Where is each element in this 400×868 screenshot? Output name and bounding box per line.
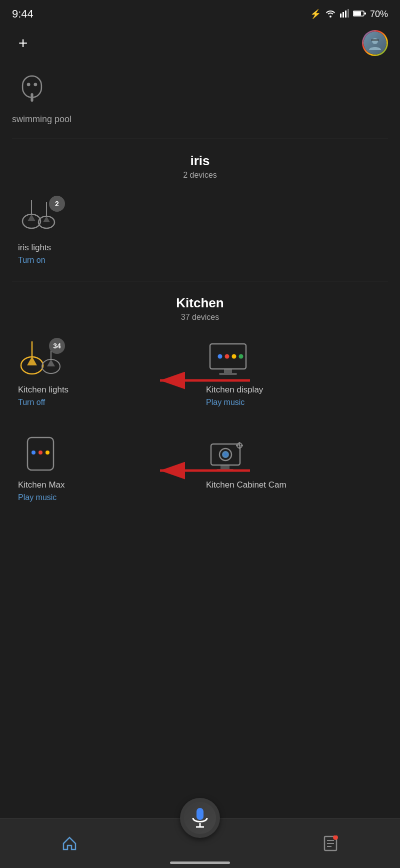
avatar[interactable] [362,30,388,56]
kitchen-cam-name: Kitchen Cabinet Cam [206,480,286,490]
svg-point-46 [238,445,240,447]
add-button[interactable]: + [12,32,34,54]
swimming-pool-name: swimming pool [12,114,72,125]
iris-device-count: 2 devices [12,171,388,180]
svg-rect-40 [220,465,230,469]
bottom-spacer [0,514,400,574]
svg-rect-6 [354,12,361,16]
iris-lights-action[interactable]: Turn on [18,256,46,265]
svg-rect-3 [345,11,346,18]
iris-lights-icon-wrap: 2 [18,198,63,238]
svg-rect-7 [364,13,366,15]
kitchen-display-action[interactable]: Play music [206,398,244,407]
svg-point-60 [333,835,338,840]
kitchen-lights-icon-wrap: 34 [18,340,63,380]
iris-devices-row: 2 iris lights Turn on [0,186,400,277]
kitchen-room-header: Kitchen 37 devices [0,285,400,328]
svg-rect-49 [236,445,238,446]
kitchen-max-card[interactable]: Kitchen Max Play music [12,427,200,510]
kitchen-display-card[interactable]: Kitchen display Play music [200,332,388,415]
plug-icon [17,75,47,105]
kitchen-device-grid-row2: Kitchen Max Play music [0,423,400,514]
svg-point-37 [38,451,42,455]
svg-point-32 [239,354,244,358]
svg-rect-50 [241,445,243,446]
kitchen-display-icon [206,341,251,379]
notes-nav-icon [322,835,338,851]
top-bar: + [0,26,400,64]
bluetooth-icon: ⚡ [310,9,321,20]
svg-rect-53 [196,808,204,820]
kitchen-max-icon-wrap [18,435,63,475]
status-time: 9:44 [12,8,34,21]
svg-point-44 [224,453,227,456]
svg-marker-15 [28,214,36,221]
nav-notes[interactable] [302,831,358,855]
divider-1 [12,139,388,139]
iris-lights-card[interactable]: 2 iris lights Turn on [12,190,69,273]
svg-point-0 [330,16,332,18]
kitchen-room-name: Kitchen [12,295,388,311]
swimming-pool-section: swimming pool [0,64,400,135]
svg-rect-28 [219,373,237,375]
svg-rect-13 [30,93,33,102]
svg-point-29 [218,354,222,358]
add-icon: + [18,35,28,51]
mic-inner [184,802,216,834]
svg-rect-1 [340,14,342,18]
svg-rect-2 [342,12,344,18]
wifi-icon [325,9,336,20]
kitchen-lights-badge: 34 [49,338,65,354]
kitchen-device-grid-row1: 34 Kitchen lights Turn off Kitchen displ… [0,328,400,419]
mic-icon [191,807,209,829]
status-icons: ⚡ 70% [310,9,388,20]
svg-rect-41 [216,469,234,471]
svg-rect-4 [348,9,349,18]
kitchen-lights-action[interactable]: Turn off [18,398,45,407]
battery-percent: 70% [370,9,388,20]
nav-home[interactable] [42,831,98,855]
svg-rect-47 [239,442,240,444]
kitchen-max-name: Kitchen Max [18,480,65,490]
iris-room-header: iris 2 devices [0,143,400,186]
swimming-pool-icon-container[interactable] [12,70,52,110]
iris-lights-badge: 2 [49,196,65,212]
svg-point-36 [32,451,36,455]
svg-marker-24 [47,359,55,366]
svg-point-31 [232,354,236,358]
kitchen-display-name: Kitchen display [206,385,263,395]
avatar-inner [364,32,386,55]
iris-lights-name: iris lights [18,243,51,253]
kitchen-cam-icon-wrap [206,435,251,475]
kitchen-cam-icon [208,437,248,474]
kitchen-display-icon-wrap [206,340,251,380]
svg-point-38 [46,451,50,455]
divider-2 [12,281,388,281]
home-indicator [170,861,230,864]
mic-button[interactable] [180,798,220,838]
kitchen-lights-card[interactable]: 34 Kitchen lights Turn off [12,332,200,415]
iris-room-name: iris [12,153,388,169]
home-nav-icon [62,835,78,851]
svg-rect-48 [239,447,240,449]
signal-icon [340,9,349,20]
svg-rect-9 [371,39,379,41]
svg-rect-27 [224,369,232,373]
status-bar: 9:44 ⚡ [0,0,400,26]
svg-point-12 [34,83,37,86]
battery-icon [353,9,366,20]
svg-point-11 [27,83,30,86]
kitchen-cam-card[interactable]: Kitchen Cabinet Cam [200,427,388,510]
kitchen-device-count: 37 devices [12,313,388,322]
kitchen-lights-name: Kitchen lights [18,385,68,395]
svg-point-30 [225,354,230,358]
kitchen-max-action[interactable]: Play music [18,493,56,502]
kitchen-max-icon [24,435,57,475]
